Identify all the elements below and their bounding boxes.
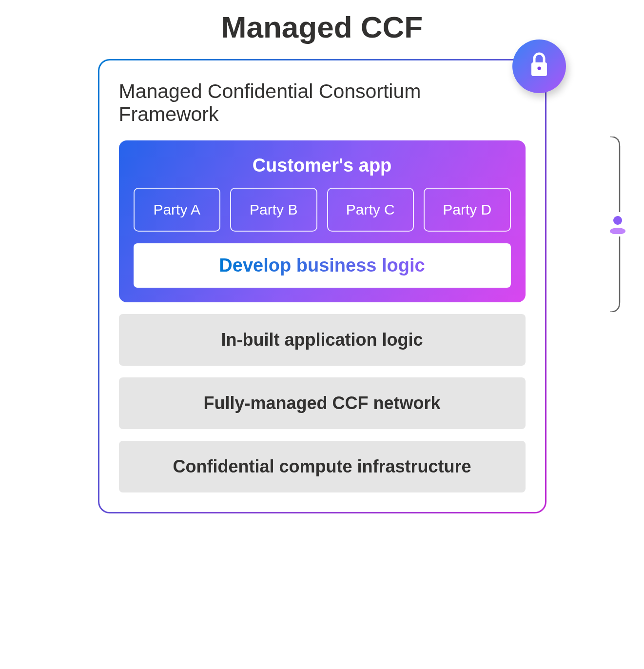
develop-label: Develop business logic (219, 255, 425, 275)
layer-compute-infra: Confidential compute infrastructure (119, 441, 526, 492)
lock-icon (527, 52, 551, 81)
page-title: Managed CCF (20, 10, 624, 44)
customer-app-box: Customer's app Party A Party B Party C P… (119, 140, 526, 302)
customer-app-title: Customer's app (134, 155, 511, 176)
party-box: Party A (134, 188, 221, 232)
party-box: Party B (230, 188, 317, 232)
diagram-container: Managed CCF Managed Confidential Consort… (0, 0, 644, 523)
user-icon (609, 215, 626, 236)
develop-bar: Develop business logic (134, 243, 511, 288)
layer-ccf-network: Fully-managed CCF network (119, 377, 526, 429)
svg-point-3 (610, 228, 625, 234)
layer-app-logic: In-built application logic (119, 314, 526, 366)
parties-row: Party A Party B Party C Party D (134, 188, 511, 232)
party-box: Party C (327, 188, 414, 232)
lock-badge (512, 39, 566, 93)
svg-point-2 (613, 216, 622, 225)
main-panel-border: Managed Confidential Consortium Framewor… (98, 59, 546, 513)
panel-subtitle: Managed Confidential Consortium Framewor… (119, 80, 526, 126)
party-box: Party D (424, 188, 511, 232)
side-bracket (610, 137, 629, 312)
svg-point-1 (537, 66, 541, 70)
main-panel: Managed Confidential Consortium Framewor… (99, 60, 545, 512)
